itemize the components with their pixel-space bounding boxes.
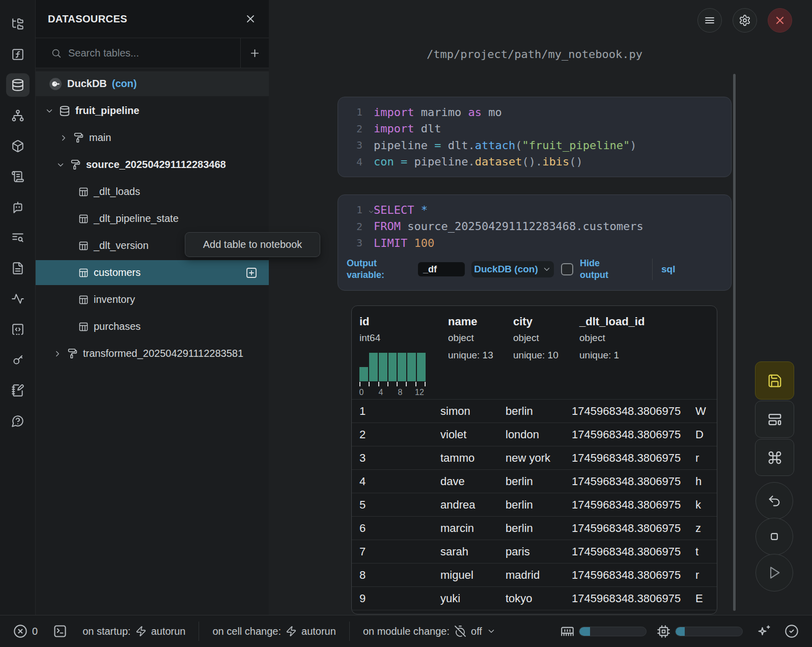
schema-icon (67, 348, 78, 359)
layout-panels-button[interactable] (755, 401, 794, 438)
cell-id: 5 (352, 498, 440, 512)
documentation-icon[interactable] (6, 257, 30, 280)
on-module-change-label: on module change: (363, 626, 450, 637)
cell-load-id: 1745968348.3806975 (572, 592, 695, 605)
datasources-icon[interactable] (6, 73, 30, 97)
undo-button[interactable] (755, 482, 793, 520)
table-row[interactable]: 1 simon berlin 1745968348.3806975 W (352, 399, 717, 423)
code-cell-sql[interactable]: 1SELECT * 2FROM source_20250429111228346… (338, 194, 732, 291)
code-cell-python[interactable]: 1import marimo as mo 2import dlt 3pipeli… (338, 97, 732, 177)
connection-badge: (con) (112, 78, 137, 90)
tree-node-schema-main[interactable]: main (36, 125, 269, 150)
close-app-button[interactable] (768, 8, 792, 33)
memory-icon (561, 625, 574, 638)
code-line-text: con = pipeline.dataset().ibis() (374, 155, 583, 168)
id-histogram: 0 4 8 12 (359, 353, 426, 398)
cell-dlt-id-clipped: h (695, 475, 717, 488)
on-startup-toggle[interactable]: on startup: autorun (82, 626, 185, 637)
add-table-to-notebook-icon[interactable] (245, 267, 258, 279)
search-input[interactable]: Search tables... (36, 38, 240, 68)
connection-row-duckdb[interactable]: DuckDB (con) (36, 71, 269, 96)
run-button[interactable] (755, 554, 793, 592)
settings-button[interactable] (733, 8, 757, 33)
command-palette-button[interactable] (755, 439, 794, 476)
notebook-main: /tmp/project/path/my_notebook.py 1import… (269, 0, 812, 615)
on-module-change-toggle[interactable]: on module change: off (363, 625, 496, 637)
zap-icon (286, 626, 297, 637)
cell-id: 4 (352, 475, 440, 488)
code-line-text: import dlt (374, 122, 441, 135)
engine-select[interactable]: DuckDB (con) (471, 261, 554, 277)
table-row[interactable]: 8 miguel madrid 1745968348.3806975 r (352, 563, 717, 586)
table-icon (78, 214, 89, 224)
cell-city: berlin (506, 405, 572, 418)
file-tree-icon[interactable] (6, 12, 30, 36)
tree-node-database[interactable]: fruit_pipeline (36, 98, 269, 123)
circle-check-icon (785, 624, 799, 638)
tree-node-table-customers[interactable]: customers (36, 260, 269, 285)
table-row[interactable]: 2 violet london 1745968348.3806975 D (352, 423, 717, 446)
table-row[interactable]: 5 andrea berlin 1745968348.3806975 k (352, 493, 717, 516)
datasources-tree: DuckDB (con) fruit_pipeline main source_… (36, 68, 269, 366)
stop-button[interactable] (755, 518, 793, 555)
cell-dlt-id-clipped: t (695, 545, 717, 558)
errors-indicator[interactable]: 0 (13, 624, 38, 638)
table-row[interactable]: 4 dave berlin 1745968348.3806975 h (352, 469, 717, 493)
chat-bot-icon[interactable] (6, 195, 30, 219)
chevron-down-icon (487, 627, 496, 636)
chevron-right-icon (53, 349, 62, 358)
datasources-panel: DATASOURCES Search tables... DuckDB (con… (36, 0, 269, 615)
code-line-text: import marimo as mo (374, 106, 502, 119)
close-panel-icon[interactable] (244, 13, 257, 25)
line-number: 1 (338, 204, 362, 216)
function-icon[interactable] (6, 43, 30, 66)
add-datasource-button[interactable] (240, 38, 269, 68)
logs-search-icon[interactable] (6, 226, 30, 249)
ai-assistant-button[interactable] (757, 624, 771, 638)
table-row[interactable]: 7 sarah paris 1745968348.3806975 t (352, 540, 717, 563)
on-cell-change-toggle[interactable]: on cell change: autorun (212, 626, 335, 637)
output-variable-input[interactable]: _df (418, 262, 465, 276)
cell-load-id: 1745968348.3806975 (572, 475, 695, 488)
tree-node-table-dlt-pipeline-state[interactable]: _dlt_pipeline_state (36, 206, 269, 231)
table-name: _dlt_loads (94, 186, 140, 198)
tree-node-schema-transformed[interactable]: transformed_202504291112283581 (36, 341, 269, 366)
cell-dlt-id-clipped: k (695, 498, 717, 512)
chevron-right-icon (59, 133, 68, 143)
help-icon[interactable] (6, 409, 30, 433)
table-row[interactable]: 6 marcin berlin 1745968348.3806975 z (352, 516, 717, 540)
duckdb-logo-icon (49, 77, 62, 91)
cell-name: simon (440, 405, 506, 418)
save-button[interactable] (755, 361, 794, 400)
packages-icon[interactable] (6, 134, 30, 158)
cell-city: london (506, 428, 572, 441)
table-body: 1 simon berlin 1745968348.3806975 W 2 vi… (352, 399, 717, 610)
tree-node-table-purchases[interactable]: purchases (36, 314, 269, 339)
language-badge: sql (661, 264, 675, 275)
cell-load-id: 1745968348.3806975 (572, 405, 695, 418)
tree-node-schema-source[interactable]: source_202504291112283468 (36, 152, 269, 177)
menu-button[interactable] (697, 8, 722, 33)
scratchpad-script-icon[interactable] (6, 165, 30, 188)
fold-chevron-icon[interactable] (368, 208, 375, 215)
terminal-icon (53, 624, 67, 638)
terminal-button[interactable] (53, 624, 67, 638)
tree-node-table-inventory[interactable]: inventory (36, 287, 269, 312)
dependency-graph-icon[interactable] (6, 104, 30, 127)
connection-status[interactable] (785, 624, 799, 638)
secrets-key-icon[interactable] (6, 348, 30, 372)
line-number: 1 (338, 106, 362, 118)
hide-output-checkbox[interactable] (561, 263, 573, 275)
notebook-edit-icon[interactable] (6, 379, 30, 402)
engine-select-value: DuckDB (con) (474, 264, 538, 275)
snippets-icon[interactable] (6, 318, 30, 341)
zap-icon (135, 626, 147, 637)
cpu-usage (657, 625, 743, 638)
table-row[interactable]: 9 yuki tokyo 1745968348.3806975 E (352, 586, 717, 610)
table-row[interactable]: 3 tammo new york 1745968348.3806975 r (352, 446, 717, 469)
on-startup-value: autorun (151, 626, 186, 637)
vertical-scrollbar[interactable] (733, 74, 736, 611)
cpu-icon (657, 625, 670, 638)
tracing-icon[interactable] (6, 287, 30, 311)
tree-node-table-dlt-loads[interactable]: _dlt_loads (36, 179, 269, 204)
